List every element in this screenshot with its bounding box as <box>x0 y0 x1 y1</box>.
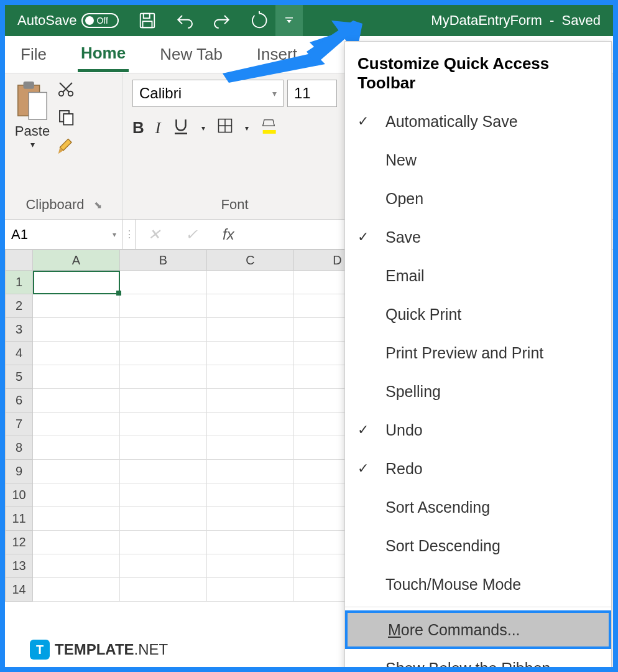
row-header[interactable]: 4 <box>5 342 33 365</box>
row-header[interactable]: 3 <box>5 318 33 342</box>
toggle-switch[interactable]: Off <box>81 13 119 28</box>
cell[interactable] <box>33 578 120 602</box>
cell[interactable] <box>207 531 294 554</box>
cell[interactable] <box>120 294 207 318</box>
cell[interactable] <box>207 578 294 602</box>
row-header[interactable]: 14 <box>5 578 33 602</box>
cell[interactable] <box>207 271 294 294</box>
row-header[interactable]: 12 <box>5 531 33 554</box>
row-header[interactable]: 10 <box>5 483 33 507</box>
fill-color-button[interactable] <box>260 117 277 139</box>
cell[interactable] <box>207 413 294 436</box>
cell[interactable] <box>207 554 294 578</box>
row-header[interactable]: 8 <box>5 436 33 460</box>
cell[interactable] <box>33 483 120 507</box>
cell[interactable] <box>120 318 207 342</box>
cell[interactable] <box>120 578 207 602</box>
borders-button[interactable] <box>216 117 234 139</box>
column-header[interactable]: C <box>207 250 294 271</box>
cell[interactable] <box>207 389 294 413</box>
cell[interactable] <box>207 507 294 531</box>
cell[interactable] <box>33 413 120 436</box>
tab-new-tab[interactable]: New Tab <box>157 39 226 70</box>
cell[interactable] <box>120 460 207 483</box>
cell[interactable] <box>120 436 207 460</box>
column-header[interactable]: A <box>33 250 120 271</box>
tab-insert[interactable]: Insert <box>254 39 300 70</box>
menu-item[interactable]: ✓Automatically Save <box>345 102 611 141</box>
font-size-select[interactable]: 11 <box>287 80 337 107</box>
paste-button[interactable]: Paste ▾ <box>14 80 50 149</box>
menu-item[interactable]: ✓Undo <box>345 411 611 449</box>
cell[interactable] <box>120 554 207 578</box>
menu-item-show-below[interactable]: Show Below the Ribbon <box>345 649 611 672</box>
row-header[interactable]: 6 <box>5 389 33 413</box>
column-header[interactable]: B <box>120 250 207 271</box>
cell[interactable] <box>120 342 207 365</box>
cell[interactable] <box>33 365 120 389</box>
customize-qat-button[interactable] <box>275 5 303 36</box>
cell[interactable] <box>207 460 294 483</box>
menu-item[interactable]: New <box>345 141 611 179</box>
bold-button[interactable]: B <box>132 118 144 138</box>
menu-item[interactable]: Sort Ascending <box>345 488 611 526</box>
menu-item[interactable]: ✓Redo <box>345 449 611 488</box>
cell[interactable] <box>33 531 120 554</box>
row-header[interactable]: 9 <box>5 460 33 483</box>
cell[interactable] <box>207 436 294 460</box>
cell[interactable] <box>120 531 207 554</box>
cell[interactable] <box>33 318 120 342</box>
redo-icon[interactable] <box>212 11 232 30</box>
name-box[interactable]: A1▾ <box>5 220 123 249</box>
cell[interactable] <box>120 389 207 413</box>
dialog-launcher-icon[interactable]: ⬊ <box>94 199 102 211</box>
cell[interactable] <box>33 554 120 578</box>
menu-item[interactable]: Open <box>345 179 611 218</box>
format-painter-icon[interactable] <box>57 136 76 160</box>
tab-file[interactable]: File <box>17 39 50 70</box>
cell[interactable] <box>207 342 294 365</box>
tab-home[interactable]: Home <box>78 37 129 72</box>
cell[interactable] <box>120 271 207 294</box>
cell[interactable] <box>120 507 207 531</box>
cell[interactable] <box>207 294 294 318</box>
row-header[interactable]: 2 <box>5 294 33 318</box>
underline-button[interactable] <box>172 116 190 139</box>
menu-item[interactable]: Quick Print <box>345 295 611 334</box>
cell[interactable] <box>33 389 120 413</box>
cell[interactable] <box>120 413 207 436</box>
cell[interactable] <box>33 294 120 318</box>
cancel-icon[interactable]: ✕ <box>148 226 160 243</box>
fx-icon[interactable]: fx <box>223 226 234 243</box>
cut-icon[interactable] <box>57 80 76 103</box>
autosave-toggle[interactable]: AutoSave Off <box>11 12 125 29</box>
undo-icon[interactable] <box>175 11 195 30</box>
menu-item[interactable]: ✓Save <box>345 218 611 256</box>
cell[interactable] <box>120 365 207 389</box>
menu-item[interactable]: Sort Descending <box>345 526 611 565</box>
cell[interactable] <box>33 436 120 460</box>
row-header[interactable]: 1 <box>5 271 33 294</box>
cell[interactable] <box>33 342 120 365</box>
cell[interactable] <box>33 460 120 483</box>
copy-icon[interactable] <box>57 108 76 131</box>
cell[interactable] <box>33 271 120 294</box>
cell[interactable] <box>207 365 294 389</box>
refresh-icon[interactable] <box>249 11 269 30</box>
menu-item[interactable]: Spelling <box>345 372 611 411</box>
row-header[interactable]: 7 <box>5 413 33 436</box>
cell[interactable] <box>207 483 294 507</box>
select-all-cell[interactable] <box>5 250 33 271</box>
enter-icon[interactable]: ✓ <box>185 226 198 243</box>
row-header[interactable]: 5 <box>5 365 33 389</box>
cell[interactable] <box>120 483 207 507</box>
italic-button[interactable]: I <box>155 119 161 138</box>
menu-item[interactable]: Print Preview and Print <box>345 334 611 372</box>
row-header[interactable]: 13 <box>5 554 33 578</box>
menu-item-more-commands[interactable]: More Commands... <box>345 610 611 649</box>
cell[interactable] <box>207 318 294 342</box>
row-header[interactable]: 11 <box>5 507 33 531</box>
menu-item[interactable]: Touch/Mouse Mode <box>345 565 611 604</box>
menu-item[interactable]: Email <box>345 256 611 295</box>
save-icon[interactable] <box>137 11 157 30</box>
